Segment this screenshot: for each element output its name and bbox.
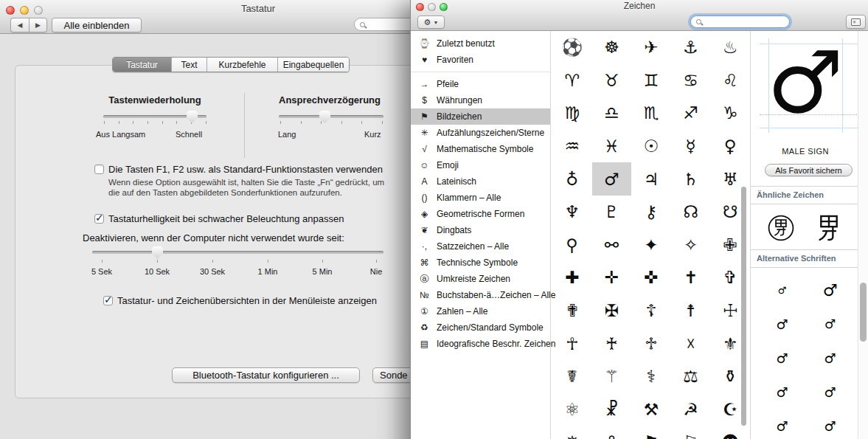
character-cell[interactable]: ✧ — [671, 229, 711, 262]
character-cell[interactable]: ☿ — [671, 130, 711, 163]
character-cell[interactable]: ♱ — [631, 327, 671, 360]
character-cell[interactable]: ⚐ — [671, 426, 711, 439]
character-cell[interactable]: ♂ — [592, 162, 632, 196]
character-cell[interactable]: ♀ — [710, 130, 750, 163]
characters-titlebar[interactable]: Zeichen ⚙ ▼ ✳ — [411, 0, 868, 31]
forward-button[interactable]: ▶ — [29, 18, 47, 32]
sidebar-item-geometrische-formen[interactable]: ◈Geometrische Formen — [411, 206, 550, 222]
character-cell[interactable]: ⚑ — [631, 426, 671, 439]
alternative-glyph[interactable]: ♂ — [758, 273, 806, 307]
sidebar-item-mathematische-symbole[interactable]: √Mathematische Symbole — [411, 141, 550, 157]
character-cell[interactable]: ✵ — [552, 426, 592, 439]
dim-slider[interactable] — [92, 251, 383, 254]
character-cell[interactable]: ♎ — [592, 97, 632, 130]
character-cell[interactable]: ♨ — [710, 31, 750, 64]
character-cell[interactable]: ⚷ — [631, 196, 671, 229]
character-cell[interactable]: ✚ — [552, 261, 592, 294]
character-cell[interactable]: ⚘ — [592, 426, 632, 439]
action-menu-button[interactable]: ⚙ ▼ — [417, 15, 445, 29]
character-cell[interactable]: ♐ — [671, 97, 711, 130]
character-cell[interactable]: ⚲ — [552, 229, 592, 262]
character-cell[interactable]: ⚓ — [671, 31, 711, 64]
character-cell[interactable]: ☸ — [592, 31, 632, 64]
alternative-glyph[interactable]: ♂ — [806, 375, 854, 409]
alternative-glyph[interactable]: ♂ — [806, 341, 854, 375]
character-cell[interactable]: ☥ — [552, 327, 592, 360]
brightness-checkbox[interactable] — [94, 214, 104, 224]
character-cell[interactable]: ☦ — [631, 294, 671, 328]
character-cell[interactable]: ✝ — [671, 261, 711, 294]
character-cell[interactable]: ♑ — [710, 97, 750, 130]
character-cell[interactable]: ♍ — [552, 97, 592, 130]
character-cell[interactable]: ⚯ — [592, 229, 632, 262]
sidebar-item-favoriten[interactable]: ♥Favoriten — [411, 52, 550, 68]
bluetooth-keyboard-button[interactable]: Bluetooth-Tastatur konfigurieren ... — [172, 367, 360, 383]
character-cell[interactable]: ✟ — [552, 294, 592, 328]
character-cell[interactable]: ♄ — [671, 162, 711, 196]
character-cell[interactable]: ⚽ — [552, 31, 592, 64]
character-cell[interactable]: ♇ — [592, 196, 632, 229]
character-cell[interactable]: ♌ — [710, 64, 750, 97]
character-cell[interactable]: ✈ — [631, 31, 671, 64]
sidebar-item-umkreiste-zeichen[interactable]: ⓐUmkreiste Zeichen — [411, 271, 550, 287]
character-cell[interactable]: ☓ — [671, 327, 711, 360]
related-char-circled-nan[interactable] — [768, 215, 794, 241]
character-cell[interactable]: ☉ — [631, 130, 671, 163]
character-cell[interactable]: ♆ — [552, 196, 592, 229]
sidebar-item-zahlen-alle[interactable]: ①Zahlen – Alle — [411, 303, 550, 319]
character-cell[interactable]: ✠ — [592, 294, 632, 328]
fn-checkbox[interactable] — [94, 165, 104, 174]
character-cell[interactable]: ☊ — [671, 196, 711, 229]
character-cell[interactable]: ♃ — [631, 162, 671, 196]
sidebar-item-buchstaben-ä-zeichen-alle[interactable]: №Buchstaben-ä…Zeichen – Alle — [411, 287, 550, 303]
alternative-glyph[interactable]: ♂ — [758, 375, 806, 409]
add-favorite-button[interactable]: Als Favorit sichern — [765, 164, 853, 176]
character-cell[interactable]: ⚛ — [552, 393, 592, 426]
sidebar-item-dingbats[interactable]: ❦Dingbats — [411, 222, 550, 238]
alternative-glyph[interactable]: ♂ — [806, 273, 854, 307]
sidebar-item-emoji[interactable]: ☺Emoji — [411, 157, 550, 173]
sidebar-item-ideografische-beschr-zeichen[interactable]: ▤Ideografische Beschr. Zeichen — [411, 336, 550, 352]
character-cell[interactable]: ♓ — [592, 130, 632, 163]
character-cell[interactable]: ✜ — [631, 261, 671, 294]
character-cell[interactable]: ✛ — [592, 261, 632, 294]
sidebar-item-zuletzt-benutzt[interactable]: ⌚Zuletzt benutzt — [411, 35, 550, 52]
alternative-glyph[interactable]: ♂ — [758, 307, 806, 341]
grid-scrollbar-thumb[interactable] — [741, 187, 746, 426]
character-cell[interactable]: ☭ — [671, 393, 711, 426]
tab-kurzbefehle[interactable]: Kurzbefehle — [207, 58, 278, 72]
back-button[interactable]: ◀ — [10, 18, 29, 32]
sidebar-item-pfeile[interactable]: →Pfeile — [411, 76, 550, 92]
character-cell[interactable]: ♊ — [631, 64, 671, 97]
panel-scrollbar-track[interactable] — [858, 31, 868, 439]
character-cell[interactable]: ♏ — [631, 97, 671, 130]
character-cell[interactable]: ♉ — [592, 64, 632, 97]
character-cell[interactable]: ♒ — [552, 130, 592, 163]
delay-slider[interactable] — [279, 115, 383, 118]
sidebar-item-bildzeichen[interactable]: ⚑Bildzeichen — [411, 108, 550, 125]
related-char-nan[interactable] — [815, 214, 843, 242]
sidebar-item-technische-symbole[interactable]: ⌘Technische Symbole — [411, 255, 550, 271]
sidebar-item-aufzählungszeichen-sterne[interactable]: ✳Aufzählungszeichen/Sterne — [411, 125, 550, 141]
character-cell[interactable]: ⚖ — [671, 360, 711, 393]
character-cell[interactable]: ♈ — [552, 64, 592, 97]
tab-eingabequellen[interactable]: Eingabequellen — [278, 58, 349, 72]
character-cell[interactable]: ♁ — [552, 162, 592, 196]
sidebar-item-währungen[interactable]: $Währungen — [411, 92, 550, 108]
alternative-glyph[interactable]: ♂ — [758, 409, 806, 439]
alternative-glyph[interactable]: ♂ — [806, 409, 854, 439]
character-cell[interactable]: ⚒ — [631, 393, 671, 426]
show-all-button[interactable]: Alle einblenden — [52, 18, 142, 32]
character-cell[interactable]: ☤ — [552, 360, 592, 393]
character-search-field[interactable] — [690, 15, 790, 28]
character-cell[interactable]: ⚕ — [631, 360, 671, 393]
character-cell[interactable]: ☨ — [671, 294, 711, 328]
sidebar-item-lateinisch[interactable]: ALateinisch — [411, 173, 550, 190]
panel-scrollbar-thumb[interactable] — [860, 283, 867, 342]
tab-tastatur[interactable]: Tastatur — [113, 58, 172, 72]
alternative-glyph[interactable]: ♂ — [806, 307, 854, 341]
sidebar-item-satzzeichen-alle[interactable]: ·,Satzzeichen – Alle — [411, 238, 550, 255]
character-cell[interactable]: ✦ — [631, 229, 671, 262]
character-cell[interactable]: ♋ — [671, 64, 711, 97]
character-cell[interactable]: ♰ — [592, 327, 632, 360]
